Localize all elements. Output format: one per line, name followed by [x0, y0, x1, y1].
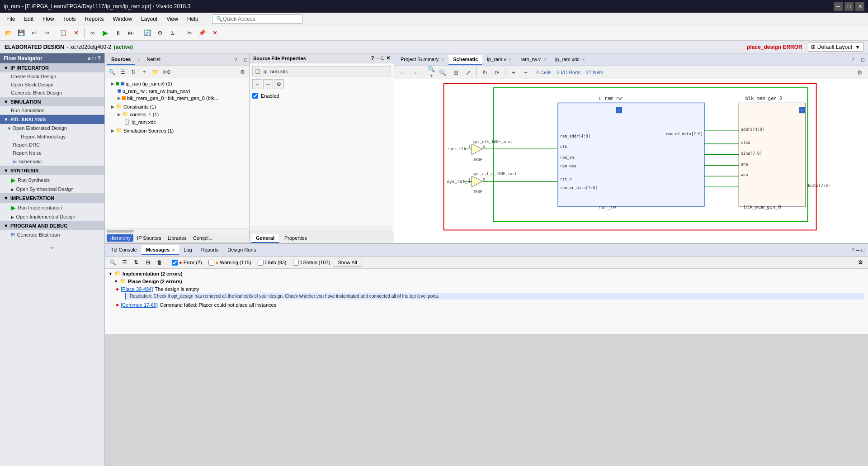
sch-zoom-in-btn[interactable]: 🔍+	[426, 67, 437, 78]
status-checkbox[interactable]	[293, 260, 299, 266]
restore-button[interactable]: □	[844, 2, 854, 11]
step-button[interactable]: ⏸	[112, 27, 124, 39]
menu-help[interactable]: Help	[183, 14, 203, 24]
place-design-section[interactable]: ▼ 📁 Place Design (2 errors)	[105, 277, 868, 285]
tab-messages[interactable]: Messages ×	[142, 245, 179, 255]
menu-edit[interactable]: Edit	[19, 14, 38, 24]
nav-item-open-block-design[interactable]: Open Block Design	[0, 81, 104, 89]
tab-tcl-console[interactable]: Tcl Console	[107, 245, 142, 255]
nav-item-report-methodology[interactable]: 📄 Report Methodology	[0, 132, 104, 141]
info-checkbox[interactable]	[258, 260, 264, 266]
nav-section-simulation-header[interactable]: ▼ SIMULATION	[0, 97, 104, 106]
tree-item-sim-sources[interactable]: ▶ 📁 Simulation Sources (1)	[105, 127, 249, 134]
cells-stat[interactable]: 4 Cells	[536, 70, 552, 75]
tree-item-ip-ram[interactable]: ▶ ip_ram (ip_ram.v) (2)	[105, 80, 249, 87]
tab-ip-ram-v[interactable]: ip_ram.v ×	[482, 55, 516, 65]
console-min-icon[interactable]: ─	[856, 247, 860, 253]
u-ram-rw-block[interactable]	[558, 103, 704, 206]
tab-schematic[interactable]: Schematic	[448, 55, 482, 65]
flow-nav-help-icon[interactable]: ?	[98, 55, 101, 62]
src-props-max-icon[interactable]: □	[381, 55, 384, 61]
refresh-button[interactable]: 🔄	[142, 27, 153, 39]
close-ip-ram-v-icon[interactable]: ×	[509, 57, 512, 62]
sources-sort-btn[interactable]: ⇅	[128, 67, 138, 77]
show-all-button[interactable]: Show All	[333, 258, 362, 267]
close-ip-ram-xdc-icon[interactable]: ×	[582, 57, 585, 62]
src-props-help-icon[interactable]: ?	[371, 55, 374, 61]
loop-button[interactable]: ∞	[87, 27, 99, 39]
nets-stat[interactable]: 27 Nets	[586, 70, 603, 75]
redo-button[interactable]: ↪	[41, 27, 52, 39]
sch-forward-btn[interactable]: →	[409, 67, 420, 78]
sources-help-icon[interactable]: ?	[234, 57, 237, 62]
play-button[interactable]: ▶	[99, 27, 111, 39]
sub-tab-ip-sources[interactable]: IP Sources	[134, 234, 164, 242]
tab-ram-rw-v[interactable]: ram_rw.v ×	[516, 55, 551, 65]
tree-item-constrs-1[interactable]: ▶ 📁 constrs_1 (1)	[105, 110, 249, 118]
error-checkbox[interactable]	[172, 260, 178, 266]
cut-button[interactable]: ✂	[184, 27, 195, 39]
nav-section-ip-integrator-header[interactable]: ▼ IP INTEGRATOR	[0, 63, 104, 72]
error-filter[interactable]: ● Error (2)	[172, 260, 202, 266]
settings-button[interactable]: ⚙	[154, 27, 166, 39]
sch-fit-btn[interactable]: ⊞	[450, 67, 461, 78]
flow-nav-scroll-down[interactable]: ⌄	[0, 239, 104, 253]
warning-checkbox[interactable]	[208, 260, 214, 266]
copy-button[interactable]: 📋	[57, 27, 69, 39]
save-button[interactable]: 💾	[15, 27, 27, 39]
next-button[interactable]: ⏭	[125, 27, 137, 39]
minimize-button[interactable]: ─	[834, 2, 843, 11]
cancel-button[interactable]: ✕	[209, 27, 221, 39]
io-ports-stat[interactable]: 2 I/O Ports	[557, 70, 581, 75]
props-forward-btn[interactable]: →	[263, 79, 273, 89]
nav-item-open-implemented-design[interactable]: ▶ Open Implemented Design	[0, 213, 104, 221]
sources-max-icon[interactable]: □	[244, 57, 247, 62]
pin-button[interactable]: 📌	[196, 27, 208, 39]
console-filter2-btn[interactable]: ⊟	[143, 257, 153, 267]
console-filter-btn[interactable]: ☰	[119, 257, 129, 267]
tree-item-ip-ram-xdc[interactable]: 📋 ip_ram.xdc	[105, 118, 249, 126]
sch-minus-btn[interactable]: −	[520, 67, 531, 78]
console-search-btn[interactable]: 🔍	[108, 257, 118, 267]
close-project-summary-icon[interactable]: ×	[441, 57, 444, 62]
nav-section-program-debug-header[interactable]: ▼ PROGRAM AND DEBUG	[0, 221, 104, 230]
props-settings-btn[interactable]: ⚙	[274, 79, 284, 89]
nav-item-schematic[interactable]: ⊟ Schematic	[0, 157, 104, 166]
tab-log[interactable]: Log	[179, 245, 196, 255]
sch-expand-btn[interactable]: ⤢	[462, 67, 473, 78]
nav-section-rtl-analysis-header[interactable]: ▼ RTL ANALYSIS	[0, 115, 104, 124]
sub-tab-compile[interactable]: Compil...	[190, 234, 215, 242]
flow-nav-icon2[interactable]: □	[92, 55, 95, 62]
sources-settings-btn[interactable]: ⚙	[237, 67, 247, 77]
console-settings-btn[interactable]: ⚙	[855, 257, 865, 267]
sources-min-icon[interactable]: ─	[239, 57, 243, 62]
nav-item-open-elaborated-design[interactable]: ▼ Open Elaborated Design	[0, 124, 104, 132]
schematic-area-min-icon[interactable]: ─	[856, 57, 860, 62]
menu-tools[interactable]: Tools	[58, 14, 80, 24]
menu-flow[interactable]: Flow	[38, 14, 58, 24]
tab-ip-ram-xdc[interactable]: ip_ram.xdc ×	[551, 55, 590, 65]
menu-view[interactable]: View	[162, 14, 183, 24]
props-tab-general[interactable]: General	[251, 234, 279, 243]
tab-reports[interactable]: Reports	[197, 245, 223, 255]
tree-item-constraints[interactable]: ▶ 📁 Constraints (1)	[105, 103, 249, 110]
sigma-button[interactable]: Σ	[167, 27, 179, 39]
tab-project-summary[interactable]: Project Summary ×	[396, 55, 448, 65]
sources-hscroll[interactable]	[105, 228, 249, 233]
src-props-close-icon[interactable]: ✕	[386, 55, 390, 61]
enabled-checkbox[interactable]	[252, 93, 258, 99]
info-filter[interactable]: ℹ Info (93)	[258, 260, 287, 266]
sub-tab-libraries[interactable]: Libraries	[165, 234, 189, 242]
tree-item-blk-mem[interactable]: ▶ blk_mem_gen_0 : blk_mem_gen_0 (blk...	[105, 95, 249, 102]
nav-item-generate-block-design[interactable]: Generate Block Design	[0, 89, 104, 97]
close-ram-rw-v-icon[interactable]: ×	[543, 57, 546, 62]
status-filter[interactable]: ℹ Status (107)	[293, 260, 330, 266]
undo-button[interactable]: ↩	[28, 27, 40, 39]
console-delete-btn[interactable]: 🗑	[155, 257, 165, 267]
props-tab-properties[interactable]: Properties	[280, 234, 311, 243]
menu-window[interactable]: Window	[108, 14, 137, 24]
tab-sources[interactable]: Sources	[107, 55, 135, 65]
schematic-area-max-icon[interactable]: □	[861, 57, 864, 62]
tree-item-u-ram-rw[interactable]: u_ram_rw : ram_rw (ram_rw.v)	[105, 87, 249, 95]
sch-config-btn[interactable]: ⚙	[854, 67, 865, 78]
